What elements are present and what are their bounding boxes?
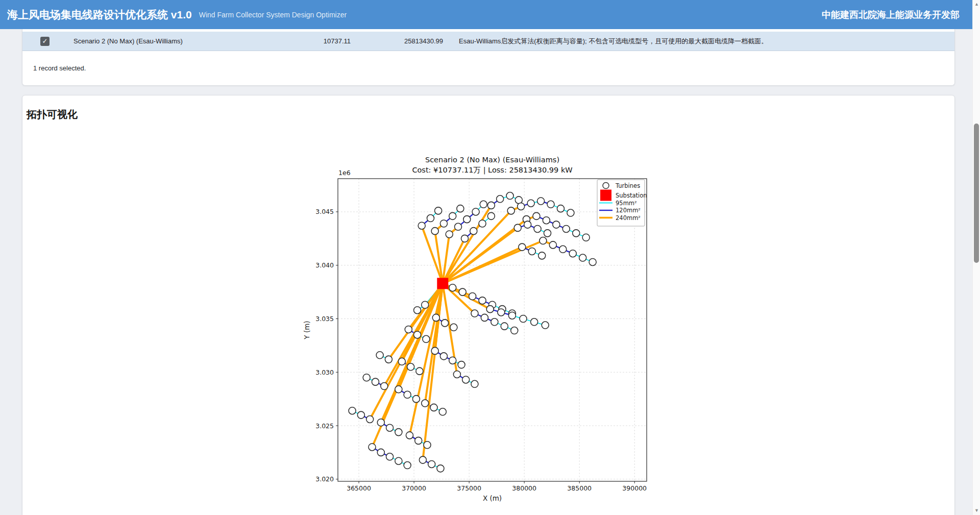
- scenario-cost: 10737.11: [288, 32, 351, 51]
- svg-text:3.040: 3.040: [315, 261, 334, 269]
- svg-text:95mm²: 95mm²: [616, 200, 637, 207]
- svg-text:Substation: Substation: [616, 192, 647, 199]
- svg-text:3.045: 3.045: [315, 208, 334, 215]
- app-header: 海上风电场集电线路设计优化系统 v1.0 Wind Farm Collector…: [0, 0, 980, 29]
- svg-text:370000: 370000: [402, 484, 426, 492]
- row-checkbox[interactable]: ✓: [40, 37, 50, 46]
- results-table-card: ✓ Scenario 2 (No Max) (Esau-Williams) 10…: [22, 29, 955, 86]
- x-axis-label: X (m): [483, 494, 502, 502]
- topology-figure: 3650003700003750003800003850003900003.02…: [286, 151, 684, 515]
- turbine-nodes: [349, 192, 596, 472]
- topology-chart: 3650003700003750003800003850003900003.02…: [286, 151, 684, 515]
- chart-title: Scenario 2 (No Max) (Esau-Williams): [425, 156, 559, 164]
- y-axis-label: Y (m): [303, 321, 311, 339]
- scroll-up-icon[interactable]: ▲: [973, 1, 980, 8]
- chart-legend: TurbinesSubstation95mm²120mm²240mm²: [597, 180, 647, 226]
- svg-text:385000: 385000: [567, 484, 592, 492]
- svg-text:365000: 365000: [347, 484, 371, 492]
- svg-text:240mm²: 240mm²: [616, 214, 641, 222]
- org-name: 中能建西北院海上能源业务开发部: [822, 9, 960, 21]
- tick-labels: 3650003700003750003800003850003900003.02…: [315, 208, 647, 492]
- scrollbar-thumb[interactable]: [974, 124, 979, 263]
- svg-text:3.025: 3.025: [315, 422, 334, 430]
- svg-text:3.035: 3.035: [315, 315, 334, 323]
- svg-text:120mm²: 120mm²: [616, 207, 641, 214]
- table-row[interactable]: ✓ Scenario 2 (No Max) (Esau-Williams) 10…: [22, 32, 954, 51]
- scenario-name: Scenario 2 (No Max) (Esau-Williams): [74, 32, 183, 51]
- svg-text:3.030: 3.030: [315, 369, 334, 376]
- svg-text:Turbines: Turbines: [615, 182, 640, 189]
- section-title: 拓扑可视化: [27, 108, 78, 121]
- svg-text:3.020: 3.020: [315, 475, 334, 483]
- scenario-description: Esau-Williams启发式算法(权衡距离与容量); 不包含可选电缆型号，且…: [459, 32, 768, 51]
- record-count: 1 record selected.: [33, 51, 86, 86]
- chart-subtitle: Cost: ¥10737.11万 | Loss: 25813430.99 kW: [412, 166, 572, 175]
- app-title: 海上风电场集电线路设计优化系统 v1.0: [7, 8, 192, 22]
- offset-text: 1e6: [338, 169, 351, 177]
- substation-marker: [437, 278, 448, 289]
- app-subtitle: Wind Farm Collector System Design Optimi…: [199, 11, 347, 19]
- scroll-down-icon[interactable]: ▼: [973, 507, 980, 514]
- scenario-loss: 25813430.99: [359, 32, 443, 51]
- vertical-scrollbar[interactable]: ▲ ▼: [972, 0, 980, 515]
- svg-text:375000: 375000: [457, 484, 481, 492]
- svg-text:390000: 390000: [622, 484, 647, 492]
- svg-text:380000: 380000: [512, 484, 536, 492]
